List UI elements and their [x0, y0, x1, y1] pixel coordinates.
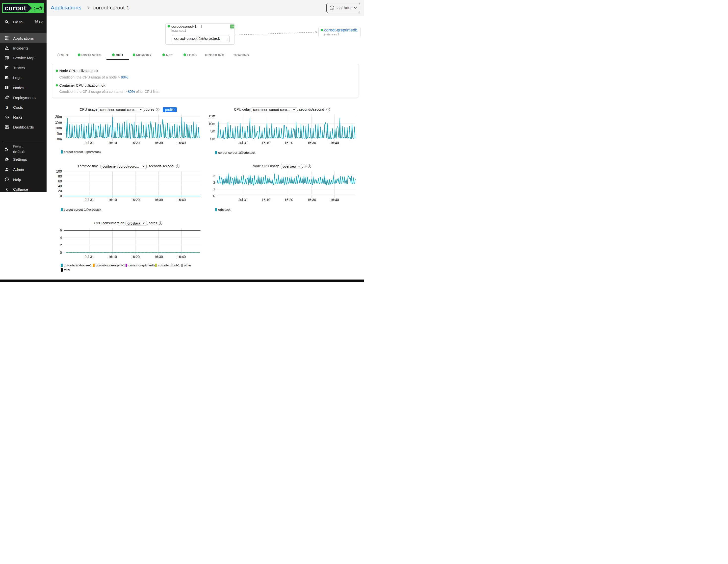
svg-text:Jul 31: Jul 31: [85, 255, 94, 259]
svg-text:16:40: 16:40: [330, 141, 339, 145]
svg-text:16:10: 16:10: [108, 198, 117, 202]
svg-text:2: 2: [60, 243, 62, 247]
svg-text:16:10: 16:10: [108, 255, 117, 259]
svg-text:coroot: coroot: [5, 5, 27, 12]
svg-text:60: 60: [58, 179, 62, 183]
svg-text:6: 6: [60, 228, 62, 232]
svg-text:20: 20: [58, 189, 62, 193]
svg-text:16:20: 16:20: [131, 141, 140, 145]
svg-text:10m: 10m: [55, 126, 62, 130]
svg-text:40: 40: [58, 184, 62, 188]
svg-text:16:40: 16:40: [177, 198, 186, 202]
svg-text:4: 4: [60, 236, 62, 240]
svg-text:16:20: 16:20: [285, 141, 293, 145]
svg-text:100: 100: [56, 170, 62, 173]
svg-text:Jul 31: Jul 31: [238, 198, 248, 202]
svg-text:15m: 15m: [208, 114, 215, 118]
svg-text:1: 1: [213, 187, 215, 191]
svg-text:16:10: 16:10: [261, 198, 270, 202]
svg-text:15m: 15m: [55, 120, 62, 124]
svg-text::~#: :~#: [32, 5, 43, 12]
svg-text:10m: 10m: [208, 122, 215, 126]
svg-text:5m: 5m: [57, 131, 62, 135]
svg-text:5m: 5m: [210, 129, 215, 133]
svg-text:16:20: 16:20: [131, 198, 140, 202]
svg-text:16:30: 16:30: [154, 141, 163, 145]
svg-text:0m: 0m: [210, 137, 215, 141]
svg-text:16:20: 16:20: [285, 198, 293, 202]
svg-text:0: 0: [213, 194, 215, 198]
svg-text:16:10: 16:10: [261, 141, 270, 145]
svg-text:2: 2: [213, 180, 215, 184]
svg-text:80: 80: [58, 174, 62, 178]
svg-text:Jul 31: Jul 31: [238, 141, 248, 145]
svg-text:16:40: 16:40: [330, 198, 339, 202]
svg-text:0: 0: [60, 194, 62, 198]
svg-text:0: 0: [60, 251, 62, 255]
svg-text:$: $: [6, 105, 8, 109]
svg-text:Jul 31: Jul 31: [85, 141, 94, 145]
svg-text:Jul 31: Jul 31: [85, 198, 94, 202]
svg-text:16:40: 16:40: [177, 141, 186, 145]
svg-text:16:30: 16:30: [154, 255, 163, 259]
svg-text:16:40: 16:40: [177, 255, 186, 259]
svg-text:16:10: 16:10: [108, 141, 117, 145]
svg-text:16:30: 16:30: [154, 198, 163, 202]
svg-text:16:20: 16:20: [131, 255, 140, 259]
svg-text:20m: 20m: [55, 115, 62, 119]
svg-text:0m: 0m: [57, 137, 62, 141]
svg-text:16:30: 16:30: [307, 141, 316, 145]
svg-text:3: 3: [213, 174, 215, 178]
svg-text:?: ?: [6, 178, 8, 181]
svg-text:16:30: 16:30: [307, 198, 316, 202]
